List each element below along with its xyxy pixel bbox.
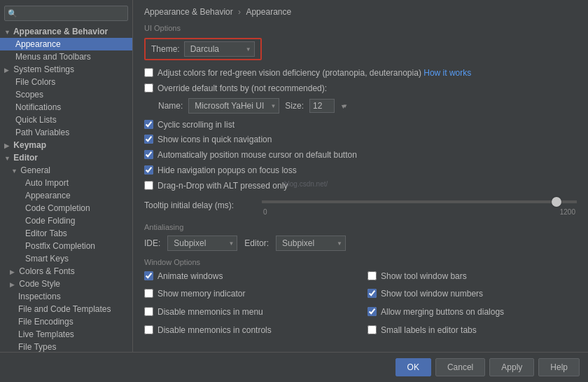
font-name-row: Name: Microsoft YaHei UI Arial Consolas … xyxy=(158,98,577,114)
antialiasing-dropdowns: IDE: Subpixel Greyscale None Editor: Sub… xyxy=(144,236,577,251)
sidebar-item-inspections[interactable]: Inspections xyxy=(0,290,132,303)
ide-label: IDE: xyxy=(144,238,160,248)
sidebar-item-auto-import[interactable]: Auto Import xyxy=(0,177,132,189)
triangle-icon xyxy=(4,29,11,36)
checkbox-auto-position-row: Automatically position mouse cursor on d… xyxy=(144,149,577,161)
font-name-select[interactable]: Microsoft YaHei UI Arial Consolas xyxy=(188,98,279,114)
checkbox-override-fonts[interactable] xyxy=(144,83,153,93)
checkbox-show-tool-bars-label[interactable]: Show tool window bars xyxy=(381,271,467,282)
editor-select-wrapper[interactable]: Subpixel Greyscale None xyxy=(276,236,346,251)
tooltip-slider[interactable] xyxy=(262,200,577,203)
checkbox-cyclic[interactable] xyxy=(144,120,153,129)
checkbox-redgreen[interactable] xyxy=(144,68,153,77)
checkbox-show-tool-numbers-label[interactable]: Show tool window numbers xyxy=(381,288,483,300)
sidebar-item-scopes[interactable]: Scopes xyxy=(0,88,132,101)
checkbox-show-memory[interactable] xyxy=(144,289,153,298)
font-size-arrow-wrapper[interactable]: ▼ xyxy=(340,101,351,111)
checkbox-disable-mnemonics-controls[interactable] xyxy=(144,325,153,334)
sidebar-item-file-code-templates[interactable]: File and Code Templates xyxy=(0,303,132,315)
checkbox-disable-mnemonics-menu-label[interactable]: Disable mnemonics in menu xyxy=(158,306,263,318)
search-icon: 🔍 xyxy=(8,9,18,18)
sidebar-item-code-folding[interactable]: Code Folding xyxy=(0,214,132,227)
triangle-icon xyxy=(10,281,17,288)
slider-tick-max: 1200 xyxy=(560,208,575,216)
checkbox-redgreen-label[interactable]: Adjust colors for red-green vision defic… xyxy=(158,67,471,79)
triangle-icon xyxy=(10,268,17,275)
theme-label: Theme: xyxy=(151,44,180,54)
sidebar-item-smart-keys[interactable]: Smart Keys xyxy=(0,252,132,265)
window-options-grid: Animate windows Show tool window bars Sh… xyxy=(144,271,577,340)
search-bar[interactable]: 🔍 xyxy=(4,6,128,21)
sidebar-item-notifications[interactable]: Notifications xyxy=(0,101,132,114)
tooltip-slider-row: Tooltip initial delay (ms): 0 1200 xyxy=(144,196,577,216)
checkbox-animate-windows-label[interactable]: Animate windows xyxy=(158,271,223,282)
slider-ticks: 0 1200 xyxy=(262,208,577,216)
slider-tick-min: 0 xyxy=(263,208,267,216)
help-button[interactable]: Help xyxy=(538,358,580,376)
checkbox-drag-drop-row: Drag-n-Drop with ALT pressed only blog.c… xyxy=(144,180,577,192)
checkbox-allow-merging-label[interactable]: Allow merging buttons on dialogs xyxy=(381,306,504,318)
sidebar-item-quick-lists[interactable]: Quick Lists xyxy=(0,114,132,126)
cancel-button[interactable]: Cancel xyxy=(435,358,485,376)
checkbox-show-memory-row: Show memory indicator xyxy=(144,288,354,300)
sidebar-item-menus-toolbars[interactable]: Menus and Toolbars xyxy=(0,50,132,63)
sidebar-item-keymap[interactable]: Keymap xyxy=(0,139,132,151)
checkbox-show-tool-bars[interactable] xyxy=(368,271,377,280)
sidebar-item-appearance-editor[interactable]: Appearance xyxy=(0,189,132,202)
tooltip-slider-container: 0 1200 xyxy=(262,196,577,216)
checkbox-cyclic-label[interactable]: Cyclic scrolling in list xyxy=(158,119,234,131)
checkbox-animate-windows-row: Animate windows xyxy=(144,271,354,282)
checkbox-drag-drop-label[interactable]: Drag-n-Drop with ALT pressed only xyxy=(158,180,288,192)
checkbox-animate-windows[interactable] xyxy=(144,271,153,280)
sidebar-item-colors-fonts[interactable]: Colors & Fonts xyxy=(0,265,132,278)
checkbox-hide-nav-label[interactable]: Hide navigation popups on focus loss xyxy=(158,165,297,177)
sidebar-item-code-style[interactable]: Code Style xyxy=(0,278,132,290)
ok-button[interactable]: OK xyxy=(396,358,431,376)
sidebar-item-editor-tabs[interactable]: Editor Tabs xyxy=(0,227,132,240)
checkbox-small-labels-row: Small labels in editor tabs xyxy=(368,325,577,336)
checkbox-small-labels-label[interactable]: Small labels in editor tabs xyxy=(381,325,477,336)
font-name-select-wrapper[interactable]: Microsoft YaHei UI Arial Consolas xyxy=(188,98,279,114)
checkbox-drag-drop[interactable] xyxy=(144,181,153,190)
editor-aa-label: Editor: xyxy=(244,238,269,248)
search-input[interactable] xyxy=(4,6,128,21)
checkbox-small-labels[interactable] xyxy=(368,325,377,334)
checkbox-hide-nav[interactable] xyxy=(144,165,153,175)
checkbox-show-tool-numbers[interactable] xyxy=(368,289,377,298)
sidebar-item-general[interactable]: General xyxy=(0,164,132,177)
triangle-icon xyxy=(4,142,11,149)
sidebar-item-editor[interactable]: Editor xyxy=(0,151,132,164)
sidebar-item-file-types[interactable]: File Types xyxy=(0,341,132,352)
checkbox-allow-merging[interactable] xyxy=(368,307,377,316)
checkbox-override-fonts-row: Override default fonts by (not recommend… xyxy=(144,83,577,95)
breadcrumb: Appearance & Behavior › Appearance xyxy=(144,7,577,17)
checkbox-disable-mnemonics-menu-row: Disable mnemonics in menu xyxy=(144,306,354,318)
sidebar-item-file-encodings[interactable]: File Encodings xyxy=(0,315,132,328)
checkbox-show-icons-row: Show icons in quick navigation xyxy=(144,134,577,146)
sidebar-item-file-colors[interactable]: File Colors xyxy=(0,76,132,88)
checkbox-show-icons[interactable] xyxy=(144,135,153,144)
sidebar-item-appearance[interactable]: Appearance xyxy=(0,38,132,50)
checkbox-show-memory-label[interactable]: Show memory indicator xyxy=(158,288,245,300)
apply-button[interactable]: Apply xyxy=(489,358,534,376)
theme-select[interactable]: Darcula IntelliJ Windows High contrast xyxy=(184,41,255,57)
editor-select[interactable]: Subpixel Greyscale None xyxy=(276,236,346,251)
font-size-input[interactable] xyxy=(309,99,335,113)
checkbox-override-fonts-label[interactable]: Override default fonts by (not recommend… xyxy=(158,83,327,95)
sidebar-item-appearance-behavior[interactable]: Appearance & Behavior xyxy=(0,25,132,38)
checkbox-auto-position[interactable] xyxy=(144,150,153,159)
ide-select[interactable]: Subpixel Greyscale None xyxy=(167,236,237,251)
sidebar-item-code-completion[interactable]: Code Completion xyxy=(0,202,132,214)
checkbox-auto-position-label[interactable]: Automatically position mouse cursor on d… xyxy=(158,149,357,161)
sidebar-item-live-templates[interactable]: Live Templates xyxy=(0,328,132,341)
how-it-works-link[interactable]: How it works xyxy=(424,68,471,78)
checkbox-disable-mnemonics-menu[interactable] xyxy=(144,307,153,316)
ide-select-wrapper[interactable]: Subpixel Greyscale None xyxy=(167,236,237,251)
checkbox-disable-mnemonics-controls-label[interactable]: Disable mnemonics in controls xyxy=(158,325,272,336)
theme-select-wrapper[interactable]: Darcula IntelliJ Windows High contrast xyxy=(184,41,255,57)
sidebar-item-postfix-completion[interactable]: Postfix Completion xyxy=(0,240,132,252)
checkbox-show-icons-label[interactable]: Show icons in quick navigation xyxy=(158,134,272,146)
antialiasing-section: Antialiasing IDE: Subpixel Greyscale Non… xyxy=(144,223,577,251)
sidebar-item-system-settings[interactable]: System Settings xyxy=(0,63,132,76)
sidebar-item-path-variables[interactable]: Path Variables xyxy=(0,126,132,139)
